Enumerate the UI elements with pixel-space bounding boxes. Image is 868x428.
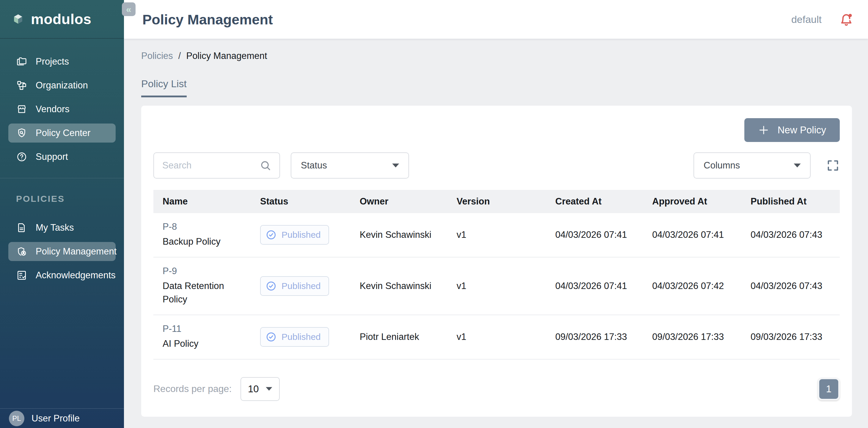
search-input[interactable] bbox=[162, 160, 259, 171]
policy-id: P-8 bbox=[163, 222, 244, 232]
check-circle-icon bbox=[266, 229, 277, 240]
cell-published-at: 04/03/2026 07:43 bbox=[741, 257, 840, 315]
status-badge: Published bbox=[260, 327, 329, 347]
shield-user-icon bbox=[16, 246, 27, 257]
sidebar-item-projects[interactable]: Projects bbox=[8, 52, 116, 71]
table-row[interactable]: P-11 AI Policy Published Piotr Leniartek… bbox=[153, 315, 840, 359]
main-content: Policies / Policy Management Policy List… bbox=[124, 39, 868, 428]
search-icon[interactable] bbox=[259, 159, 272, 172]
sidebar-item-vendors[interactable]: Vendors bbox=[8, 100, 116, 119]
policy-name: AI Policy bbox=[163, 337, 244, 351]
sidebar-item-organization[interactable]: Organization bbox=[8, 76, 116, 95]
help-circle-icon bbox=[16, 151, 27, 163]
cell-version: v1 bbox=[447, 315, 546, 359]
policy-name: Data Retention Policy bbox=[163, 280, 244, 306]
sidebar-collapse-button[interactable]: « bbox=[122, 2, 135, 16]
cell-version: v1 bbox=[447, 257, 546, 315]
sidebar: modulos Projects Organization bbox=[0, 0, 124, 428]
columns-select[interactable]: Columns bbox=[693, 152, 811, 178]
topbar: Policy Management default bbox=[124, 0, 868, 39]
new-policy-button[interactable]: New Policy bbox=[744, 118, 840, 142]
cell-owner: Kevin Schawinski bbox=[350, 213, 447, 257]
records-per-page-label: Records per page: bbox=[153, 383, 231, 394]
sidebar-item-policy-management[interactable]: Policy Management bbox=[8, 242, 116, 261]
user-profile[interactable]: PL User Profile bbox=[0, 408, 124, 428]
brand-name: modulos bbox=[31, 11, 92, 27]
tab-bar: Policy List bbox=[141, 78, 852, 97]
breadcrumb-separator: / bbox=[178, 51, 181, 61]
avatar: PL bbox=[9, 411, 24, 426]
records-per-page-value: 10 bbox=[248, 383, 259, 395]
column-header-approved-at: Approved At bbox=[643, 190, 741, 213]
brand-logo: modulos bbox=[0, 0, 124, 39]
status-badge-label: Published bbox=[281, 230, 321, 240]
checklist-icon bbox=[16, 270, 27, 281]
table-row[interactable]: P-9 Data Retention Policy Published Kevi… bbox=[153, 257, 840, 315]
status-badge: Published bbox=[260, 225, 329, 245]
table-header: Name Status Owner Version Created At App… bbox=[153, 190, 840, 213]
modulos-cube-icon bbox=[12, 10, 24, 28]
column-header-name: Name bbox=[153, 190, 251, 213]
chevron-down-icon bbox=[266, 387, 273, 391]
status-badge: Published bbox=[260, 276, 329, 296]
column-header-status: Status bbox=[251, 190, 350, 213]
sidebar-nav-main: Projects Organization Vendors bbox=[0, 39, 124, 166]
sidebar-item-label: Support bbox=[36, 151, 68, 162]
column-header-created-at: Created At bbox=[546, 190, 643, 213]
user-profile-label: User Profile bbox=[32, 413, 80, 424]
tab-policy-list[interactable]: Policy List bbox=[141, 78, 187, 97]
org-chart-icon bbox=[16, 80, 27, 91]
cell-approved-at: 04/03/2026 07:42 bbox=[643, 257, 741, 315]
cell-version: v1 bbox=[447, 213, 546, 257]
cell-approved-at: 04/03/2026 07:41 bbox=[643, 213, 741, 257]
column-header-published-at: Published At bbox=[741, 190, 840, 213]
chevron-down-icon bbox=[794, 163, 801, 168]
cell-published-at: 09/03/2026 17:33 bbox=[741, 315, 840, 359]
fullscreen-icon[interactable] bbox=[826, 159, 840, 172]
environment-name: default bbox=[791, 14, 822, 25]
check-circle-icon bbox=[266, 331, 277, 343]
sidebar-section-policies: POLICIES bbox=[16, 194, 124, 204]
card-actions: New Policy bbox=[153, 118, 840, 142]
check-circle-icon bbox=[266, 280, 277, 292]
cell-owner: Kevin Schawinski bbox=[350, 257, 447, 315]
breadcrumb-policies[interactable]: Policies bbox=[141, 51, 173, 61]
sidebar-item-my-tasks[interactable]: My Tasks bbox=[8, 218, 116, 237]
cell-name: P-9 Data Retention Policy bbox=[153, 257, 251, 315]
status-badge-label: Published bbox=[281, 281, 321, 291]
cell-status: Published bbox=[251, 315, 350, 359]
policy-list-card: New Policy Status Columns bbox=[141, 106, 852, 417]
status-filter-label: Status bbox=[301, 160, 327, 171]
cell-approved-at: 09/03/2026 17:33 bbox=[643, 315, 741, 359]
sidebar-item-policy-center[interactable]: Policy Center bbox=[8, 123, 116, 143]
sidebar-item-support[interactable]: Support bbox=[8, 147, 116, 166]
columns-label: Columns bbox=[704, 160, 740, 171]
breadcrumb: Policies / Policy Management bbox=[141, 51, 852, 61]
cell-name: P-11 AI Policy bbox=[153, 315, 251, 359]
records-per-page-select[interactable]: 10 bbox=[241, 377, 280, 401]
breadcrumb-current: Policy Management bbox=[186, 51, 267, 61]
page-1-button[interactable]: 1 bbox=[818, 378, 840, 400]
document-icon bbox=[16, 222, 27, 233]
sidebar-item-label: My Tasks bbox=[36, 222, 74, 233]
sidebar-nav-policies: My Tasks Policy Management Acknowledgeme… bbox=[0, 204, 124, 285]
sidebar-item-label: Acknowledgements bbox=[36, 270, 116, 281]
cell-created-at: 04/03/2026 07:41 bbox=[546, 213, 643, 257]
table-row[interactable]: P-8 Backup Policy Published Kevin Schawi… bbox=[153, 213, 840, 257]
cell-status: Published bbox=[251, 257, 350, 315]
policy-id: P-9 bbox=[163, 266, 244, 277]
status-badge-label: Published bbox=[281, 332, 321, 342]
sidebar-item-acknowledgements[interactable]: Acknowledgements bbox=[8, 266, 116, 285]
policy-table: Name Status Owner Version Created At App… bbox=[153, 190, 840, 360]
table-filters: Status Columns bbox=[153, 152, 840, 178]
sidebar-item-label: Policy Management bbox=[36, 246, 117, 257]
search-box bbox=[153, 152, 280, 178]
policy-name: Backup Policy bbox=[163, 235, 244, 249]
cell-name: P-8 Backup Policy bbox=[153, 213, 251, 257]
cell-published-at: 04/03/2026 07:43 bbox=[741, 213, 840, 257]
policy-id: P-11 bbox=[163, 323, 244, 334]
status-filter-select[interactable]: Status bbox=[291, 152, 409, 178]
notification-bell-icon[interactable] bbox=[839, 12, 854, 27]
cell-created-at: 09/03/2026 17:33 bbox=[546, 315, 643, 359]
cell-owner: Piotr Leniartek bbox=[350, 315, 447, 359]
